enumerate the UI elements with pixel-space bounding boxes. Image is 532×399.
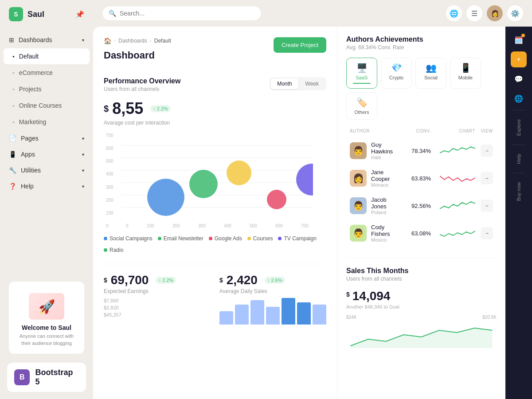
create-project-button[interactable]: Create Project bbox=[274, 37, 326, 53]
performance-title: Performance Overview bbox=[104, 77, 180, 85]
author-name-4: Cody Fishers bbox=[371, 224, 400, 237]
mini-bar-chart bbox=[219, 298, 326, 325]
sidebar-item-dashboards[interactable]: ⊞ Dashboards ▾ bbox=[0, 32, 93, 48]
welcome-card: 🚀 Welcome to Saul Anyone can connect wit… bbox=[9, 282, 84, 354]
calendar-icon[interactable]: 🗓️ bbox=[511, 32, 527, 48]
mini-bar-3 bbox=[250, 300, 264, 325]
performance-title-group: Performance Overview Users from all chan… bbox=[104, 77, 180, 92]
globe-icon[interactable]: 🌐 bbox=[511, 90, 527, 106]
author-avatar-4: 👨 bbox=[350, 225, 367, 242]
stat-dollar-1: $ bbox=[104, 277, 107, 284]
author-row-2: 👩 Jane Cooper Monaco 63.83% → bbox=[346, 164, 497, 192]
svg-point-8 bbox=[227, 160, 251, 185]
avatar[interactable]: 👩 bbox=[487, 5, 503, 21]
apps-label: Apps bbox=[21, 151, 35, 158]
sidebar-item-utilities[interactable]: 🔧 Utilities ▾ bbox=[0, 162, 93, 178]
breadcrumb: 🏠 › Dashboards › Default bbox=[104, 37, 171, 44]
legend-dot-tv bbox=[278, 237, 282, 240]
breadcrumb-home[interactable]: 🏠 bbox=[104, 37, 111, 44]
sidebar-item-pages[interactable]: 📄 Pages ▾ bbox=[0, 130, 93, 146]
buy-now-button[interactable]: Buy now bbox=[516, 177, 521, 206]
sidebar-item-ecommerce[interactable]: ● eCommerce bbox=[4, 65, 90, 81]
search-input[interactable] bbox=[120, 10, 255, 17]
cat-tab-mobile[interactable]: 📱 Mobile bbox=[450, 58, 481, 89]
sidebar-title: Saul bbox=[27, 10, 44, 19]
explore-button[interactable]: Explore bbox=[516, 114, 521, 141]
y-axis: 700 600 500 400 300 200 100 0 bbox=[106, 133, 113, 228]
author-info-2: Jane Cooper Monaco bbox=[371, 169, 400, 188]
author-name-1: Guy Hawkins bbox=[371, 141, 400, 155]
notification-icon[interactable]: 🌐 bbox=[446, 5, 462, 21]
metric-badge: ↑ 2.2% bbox=[150, 105, 171, 112]
sidebar-logo: S bbox=[9, 7, 23, 21]
sparkline-2 bbox=[440, 172, 475, 185]
view-btn-2[interactable]: → bbox=[481, 172, 493, 184]
pin-icon[interactable]: 📌 bbox=[75, 10, 84, 19]
cat-tab-crypto[interactable]: 💎 Crypto bbox=[381, 58, 412, 89]
col-header-chart: CHART bbox=[431, 129, 475, 133]
svg-point-10 bbox=[296, 164, 313, 196]
performance-header: Performance Overview Users from all chan… bbox=[104, 77, 326, 92]
settings-icon[interactable]: ⚙️ bbox=[507, 5, 523, 21]
menu-icon[interactable]: ☰ bbox=[466, 5, 482, 21]
author-row-1: 👨 Guy Hawkins Haiti 78.34% → bbox=[346, 137, 497, 164]
author-avatar-1: 👨 bbox=[350, 142, 367, 159]
legend-courses: Courses bbox=[247, 235, 273, 242]
sidebar-item-projects[interactable]: ● Projects bbox=[4, 81, 90, 97]
authors-title: Authors Achievements bbox=[346, 35, 497, 43]
sidebar-item-help[interactable]: ❓ Help ▾ bbox=[0, 178, 93, 194]
mini-bar-6 bbox=[297, 302, 311, 325]
view-btn-4[interactable]: → bbox=[481, 227, 493, 239]
bar-label-3: $45,257 bbox=[104, 312, 211, 317]
sidebar-item-online-courses[interactable]: ● Online Courses bbox=[4, 98, 90, 113]
col-header-view: VIEW bbox=[475, 129, 493, 133]
sidebar: S Saul 📌 ⊞ Dashboards ▾ ● Default ● eCom… bbox=[0, 0, 93, 399]
sparkline-3 bbox=[440, 199, 475, 212]
cat-tab-saas[interactable]: 🖥️ SaaS bbox=[346, 58, 377, 89]
author-info-1: Guy Hawkins Haiti bbox=[371, 141, 400, 160]
view-btn-1[interactable]: → bbox=[481, 145, 493, 157]
author-location-2: Monaco bbox=[371, 182, 400, 188]
apps-arrow-icon: ▾ bbox=[82, 152, 84, 157]
help-button[interactable]: Help bbox=[516, 149, 521, 169]
stat-label-2: Average Daily Sales bbox=[219, 288, 326, 294]
breadcrumb-default[interactable]: Default bbox=[154, 38, 171, 44]
legend-social: Social Campaigns bbox=[104, 235, 153, 242]
stat-value-1: 69,700 bbox=[111, 273, 149, 287]
author-location-1: Haiti bbox=[371, 155, 400, 160]
chat-icon[interactable]: 💬 bbox=[511, 71, 527, 87]
tab-month[interactable]: Month bbox=[271, 78, 298, 89]
sales-dollar-sign: $ bbox=[346, 291, 350, 298]
view-btn-3[interactable]: → bbox=[481, 200, 493, 212]
mini-bar-4 bbox=[266, 307, 280, 325]
help-icon: ❓ bbox=[9, 183, 16, 190]
sales-chart bbox=[346, 321, 497, 348]
author-info-3: Jacob Jones Poland bbox=[371, 196, 400, 215]
sparkline-1 bbox=[440, 144, 475, 157]
legend-label-google: Google Ads bbox=[215, 235, 242, 242]
add-icon[interactable]: + bbox=[511, 51, 527, 67]
breadcrumb-dashboards[interactable]: Dashboards bbox=[118, 38, 147, 44]
utilities-label: Utilities bbox=[21, 167, 41, 174]
author-row-3: 👨 Jacob Jones Poland 92.56% → bbox=[346, 192, 497, 219]
author-chart-4 bbox=[431, 227, 475, 240]
legend-label-social: Social Campaigns bbox=[110, 235, 153, 242]
sidebar-item-default[interactable]: ● Default bbox=[4, 48, 90, 64]
legend-email: Email Newsletter bbox=[158, 235, 203, 242]
cat-tab-social[interactable]: 👥 Social bbox=[415, 58, 446, 89]
online-courses-label: Online Courses bbox=[19, 102, 62, 109]
legend-dot-email bbox=[158, 237, 161, 240]
author-chart-1 bbox=[431, 144, 475, 157]
sidebar-item-apps[interactable]: 📱 Apps ▾ bbox=[0, 146, 93, 162]
dashboards-grid-icon: ⊞ bbox=[9, 36, 14, 43]
welcome-title: Welcome to Saul bbox=[16, 324, 77, 331]
sales-y-label-2: $20.5K bbox=[482, 315, 497, 320]
bubble-chart-container: 700 600 500 400 300 200 100 0 bbox=[121, 133, 313, 228]
sidebar-item-marketing[interactable]: ● Marketing bbox=[4, 114, 90, 130]
tab-week[interactable]: Week bbox=[299, 78, 325, 89]
search-box[interactable]: 🔍 bbox=[102, 6, 262, 21]
bar-label-2: $2,820 bbox=[104, 305, 211, 310]
cat-tab-others[interactable]: 🏷️ Others bbox=[346, 92, 377, 120]
legend-radio: Radio bbox=[104, 247, 123, 253]
legend-label-tv: TV Campaign bbox=[284, 235, 316, 242]
